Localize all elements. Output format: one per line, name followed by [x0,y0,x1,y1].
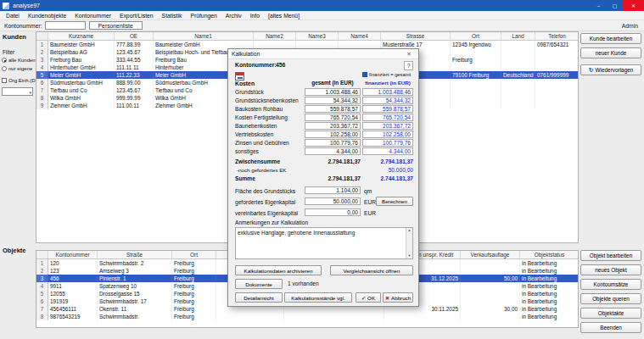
column-header-ort[interactable]: Ort [172,251,216,258]
cost-finanziert-input[interactable]: 203.367,72 [362,122,413,130]
cost-finanziert-input[interactable]: 4.344,00 [362,147,413,155]
column-header-name1[interactable]: Name1 [154,32,254,40]
objekte-action-button[interactable]: Kontoumsätze [580,279,641,290]
close-button[interactable]: ✕ [623,0,644,11]
cost-finanziert-input[interactable]: 102.258,00 [362,131,413,138]
maximize-button[interactable]: ▢ [607,0,623,11]
gefordertes-ek-label: gefordertes Eigenkapital [235,199,295,205]
detailansicht-button[interactable]: Detailansicht [235,292,283,303]
kontonummer-input[interactable] [45,21,86,30]
menu-item[interactable]: Archiv [221,13,246,19]
radio-alle-kunden[interactable] [2,58,7,63]
kunden-table-row[interactable]: 1 Baumeister GmbH 777.88.99 Baumeister G… [36,41,578,48]
column-header-kurzname[interactable]: Kurzname [48,32,115,40]
column-header-name2[interactable]: Name2 [254,32,296,40]
dialog-close-icon[interactable]: ✕ [403,51,415,58]
cell-strasse: Okenstr. 11 [98,305,172,313]
cost-finanziert-input[interactable]: 765.720,54 [362,114,413,121]
menu-item[interactable]: [altes Menü] [264,13,304,19]
abbruch-button[interactable]: ✖ Abbruch [383,292,413,303]
objekte-action-button[interactable]: Objekte queren [580,293,641,304]
cell-name4 [339,41,381,48]
gefordertes-ek-input[interactable]: 50.000,00 [305,197,361,205]
check-icon: ✔ [361,295,366,301]
cost-gesamt-input[interactable]: 559.878,57 [305,105,361,113]
org-einheit-checkbox[interactable] [2,78,7,83]
dokumente-button[interactable]: Dokumente [235,279,283,289]
flaeche-input[interactable]: 1.104,00 [305,186,361,194]
finanziert-gesamt-checkbox[interactable] [362,72,367,77]
row-number: 8 [36,313,48,320]
column-header-kontonummer[interactable]: Kontonummer [48,251,98,258]
cell-strasse: Drosselgasse 15 [98,290,172,297]
column-header-land[interactable]: Land [501,32,535,40]
objekte-action-button[interactable]: Beenden [580,322,641,333]
cost-gesamt-input[interactable]: 102.258,00 [305,131,361,138]
cost-gesamt-input[interactable]: 4.344,00 [305,147,361,155]
minimize-button[interactable]: – [591,0,607,11]
cost-gesamt-input[interactable]: 1.003.488,46 [305,88,361,96]
menu-item[interactable]: Datei [2,13,24,19]
textarea-scrollbar[interactable]: ▲ ▼ [406,228,412,258]
cost-gesamt-input[interactable]: 54.344,32 [305,97,361,104]
scroll-down-icon[interactable]: ▼ [408,253,412,258]
cost-gesamt-input[interactable]: 100.779,76 [305,139,361,147]
column-header-objektstatus[interactable]: Objektstatus [520,251,579,258]
row-number: 4 [36,64,48,71]
column-header-ort[interactable]: Ort [451,32,501,40]
wiedervorlagen-button[interactable]: ↻ Wiedervorlagen [580,64,641,75]
kunde-bearbeiten-button[interactable]: Kunde bearbeiten [580,33,641,44]
objekte-action-button[interactable]: neues Objekt [580,264,641,275]
objekte-action-button[interactable]: Objektakte [580,308,641,319]
column-header-strasse[interactable]: Strasse [381,32,451,40]
org-einheit-combobox[interactable]: ▾ [2,87,33,96]
cell-land [501,102,535,109]
menu-item[interactable]: Export/Listen [115,13,158,19]
cost-gesamt-input[interactable]: 203.367,72 [305,122,361,130]
cost-row-label: Zinsen und Gebühren [235,140,289,146]
neuer-kunde-button[interactable]: neuer Kunde [580,47,641,58]
cost-finanziert-input[interactable]: 1.003.488,46 [362,88,413,96]
column-header-telefon[interactable]: Telefon [535,32,579,40]
help-button[interactable]: ? [404,61,413,70]
menu-item[interactable]: Prüfungen [186,13,221,19]
menu-item[interactable]: Kontonummer [70,13,115,19]
cost-row-label: Grundstücksnebenkosten [235,97,299,103]
column-header-name3[interactable]: Name3 [296,32,339,40]
kalkulation-toolbar-icon[interactable] [235,72,244,81]
personenliste-button[interactable]: Personenliste [89,21,143,30]
scroll-up-icon[interactable]: ▲ [408,228,412,233]
menu-item[interactable]: Statistik [158,13,187,19]
vergleichsansicht-button[interactable]: Vergleichsansicht öffnen [330,265,413,275]
cost-finanziert-input[interactable]: 54.344,32 [362,97,413,104]
menu-item[interactable]: Info [246,13,264,19]
menu-item[interactable]: Kundenobjekte [24,13,70,19]
filter-label: Filter [3,49,14,55]
objekte-action-button[interactable]: Objekt bearbeiten [580,250,641,261]
cell-ort: Freiburg [172,275,216,282]
column-header-verkaufsauflage[interactable]: Verkaufsauflage [461,251,520,258]
objekte-table-row[interactable]: 8 9876543219 Schwimmbadstr. Freiburg in … [36,313,578,320]
ok-button[interactable]: ✔ OK [356,292,381,303]
column-header-oe[interactable]: OE [115,32,154,40]
abbruch-label: Abbruch [391,295,411,301]
cell-land [501,94,535,102]
cost-gesamt-input[interactable]: 765.720,54 [305,114,361,121]
column-header-num [36,251,48,258]
radio-nur-eigene[interactable] [2,66,7,71]
anmerkungen-textarea[interactable]: exklusive Hanglage, gehobene Innenaussta… [235,227,413,259]
berechnen-button[interactable]: Berechnen [376,197,413,206]
kalkulationsstaende-button[interactable]: Kalkulationsstände vgl. [284,292,352,303]
cost-finanziert-input[interactable]: 559.878,57 [362,105,413,113]
kalkulationsdaten-archivieren-button[interactable]: Kalkulationsdaten archivieren [235,265,322,275]
cell-strasse: Amselweg 3 [98,267,172,275]
kosten-header: Kosten [235,81,255,86]
column-header-strasse[interactable]: Straße [98,251,172,258]
row-number: 5 [36,71,48,79]
column-header-name4[interactable]: Name4 [339,32,381,40]
cost-finanziert-input[interactable]: 100.779,76 [362,139,413,147]
dialog-titlebar: Kalkulation ✕ [228,49,418,59]
cell-objektstatus: in Bearbeitung [520,297,579,305]
vereinbartes-ek-input[interactable]: 0,00 [305,208,361,216]
cell-land [501,48,535,56]
